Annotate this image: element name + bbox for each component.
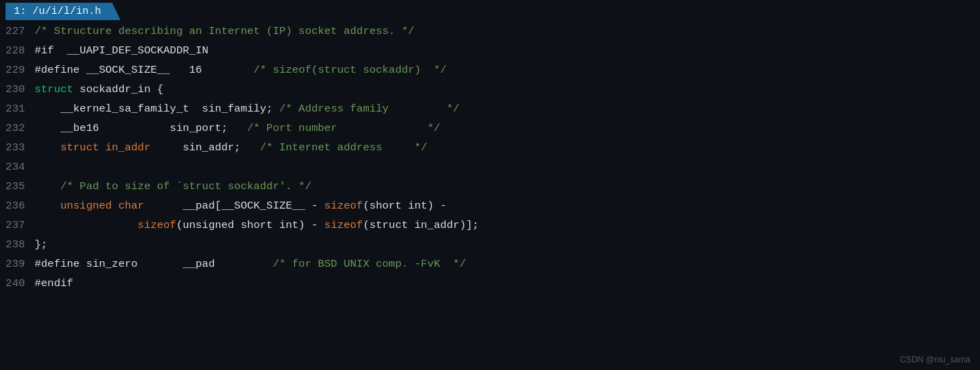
table-row: 228 #if __UAPI_DEF_SOCKADDR_IN (0, 42, 980, 62)
tab-bar: 1: /u/i/l/in.h (0, 0, 980, 20)
code-content: /* Structure describing an Internet (IP)… (35, 23, 415, 40)
table-row: 231 __kernel_sa_family_t sin_family; /* … (0, 100, 980, 120)
code-content: #define sin_zero __pad /* for BSD UNIX c… (35, 256, 466, 273)
line-number: 232 (0, 120, 35, 137)
table-row: 233 struct in_addr sin_addr; /* Internet… (0, 139, 980, 159)
line-number: 227 (0, 23, 35, 40)
line-number: 231 (0, 100, 35, 118)
code-content: #endif (35, 275, 73, 292)
code-area: 227 /* Structure describing an Internet … (0, 20, 980, 297)
table-row: 240 #endif (0, 275, 980, 294)
table-row: 238 }; (0, 236, 980, 256)
line-number: 238 (0, 236, 35, 254)
code-content: #define __SOCK_SIZE__ 16 /* sizeof(struc… (35, 62, 446, 79)
line-number: 239 (0, 256, 35, 273)
code-content: unsigned char __pad[__SOCK_SIZE__ - size… (35, 197, 446, 215)
table-row: 235 /* Pad to size of `struct sockaddr'.… (0, 178, 980, 197)
line-number: 234 (0, 159, 35, 176)
code-content: struct in_addr sin_addr; /* Internet add… (35, 139, 427, 157)
code-content: #if __UAPI_DEF_SOCKADDR_IN (35, 42, 208, 60)
code-content: }; (35, 236, 48, 254)
code-content: __be16 sin_port; /* Port number */ (35, 120, 440, 137)
watermark-label: CSDN @niu_sama (900, 355, 970, 364)
table-row: 227 /* Structure describing an Internet … (0, 23, 980, 42)
line-number: 228 (0, 42, 35, 60)
editor-container: 1: /u/i/l/in.h 227 /* Structure describi… (0, 0, 980, 370)
table-row: 239 #define sin_zero __pad /* for BSD UN… (0, 256, 980, 275)
table-row: 232 __be16 sin_port; /* Port number */ (0, 120, 980, 139)
table-row: 237 sizeof(unsigned short int) - sizeof(… (0, 217, 980, 236)
tab-label: 1: /u/i/l/in.h (14, 6, 101, 17)
line-number: 235 (0, 178, 35, 195)
code-content: sizeof(unsigned short int) - sizeof(stru… (35, 217, 479, 234)
file-tab[interactable]: 1: /u/i/l/in.h (6, 3, 120, 20)
line-number: 240 (0, 275, 35, 292)
code-content (35, 159, 41, 176)
line-number: 230 (0, 81, 35, 98)
table-row: 229 #define __SOCK_SIZE__ 16 /* sizeof(s… (0, 62, 980, 81)
table-row: 236 unsigned char __pad[__SOCK_SIZE__ - … (0, 197, 980, 217)
line-number: 236 (0, 197, 35, 215)
table-row: 234 (0, 159, 980, 178)
code-content: struct sockaddr_in { (35, 81, 163, 98)
code-content: __kernel_sa_family_t sin_family; /* Addr… (35, 100, 460, 118)
line-number: 233 (0, 139, 35, 157)
line-number: 237 (0, 217, 35, 234)
line-number: 229 (0, 62, 35, 79)
table-row: 230 struct sockaddr_in { (0, 81, 980, 100)
code-content: /* Pad to size of `struct sockaddr'. */ (35, 178, 311, 195)
